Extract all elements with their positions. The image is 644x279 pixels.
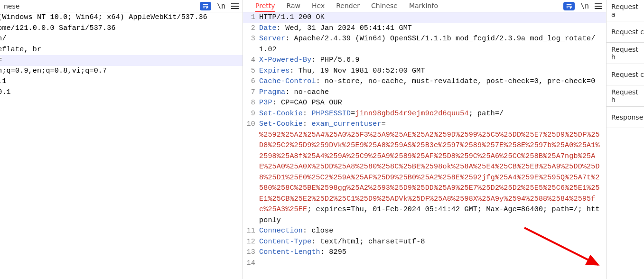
inspector-item[interactable]: Request h [607,85,644,107]
inspector-item[interactable]: Request c [607,21,644,43]
response-line[interactable]: 2Date: Wed, 31 Jan 2024 05:41:41 GMT [243,23,606,34]
inspector-item[interactable]: Response [607,107,644,128]
request-line[interactable]: (Windows NT 10.0; Win64; x64) AppleWebKi… [0,12,243,23]
tab-pretty[interactable]: Pretty [255,0,275,12]
response-line[interactable]: 10Set-Cookie: exam_currentuser= %2592%25… [243,119,606,226]
request-line[interactable]: 0.1 [0,76,243,87]
inspector-item[interactable]: Request c [607,64,644,85]
response-line[interactable]: 6Cache-Control: no-store, no-cache, must… [243,76,606,87]
right-code-area[interactable]: 1HTTP/1.1 200 OK2Date: Wed, 31 Jan 2024 … [243,12,606,279]
newline-icon[interactable]: \n [217,2,225,10]
line-number: 5 [243,66,259,77]
request-line[interactable]: zh;q=0.9,en;q=0.8,vi;q=0.7 [0,66,243,77]
wrap-toggle-button[interactable] [563,2,575,10]
request-line[interactable]: .0.1 [0,87,243,98]
tab-render[interactable]: Render [336,0,360,12]
line-number: 2 [243,23,259,34]
inspector-item[interactable]: Request a [607,0,644,21]
line-number: 13 [243,247,259,258]
response-line[interactable]: 9Set-Cookie: PHPSESSID=jinn98gbd54r9ejm9… [243,109,606,120]
line-number: 1 [243,12,259,23]
response-line[interactable]: 12Content-Type: text/html; charset=utf-8 [243,237,606,248]
request-line[interactable]: r= [0,55,243,66]
response-line[interactable]: 13Content-Length: 8295 [243,247,606,258]
line-number: 11 [243,226,259,237]
tab-raw[interactable]: Raw [287,0,300,12]
response-line[interactable]: 5Expires: Thu, 19 Nov 1981 08:52:00 GMT [243,66,606,77]
request-pane: nese \n (Windows NT 10.0; Win64; x64) Ap… [0,0,243,279]
response-line[interactable]: 4X-Powered-By: PHP/5.6.9 [243,55,606,66]
response-tabs: PrettyRawHexRenderChineseMarkInfo [247,0,438,12]
response-line[interactable]: 7Pragma: no-cache [243,87,606,98]
wrap-toggle-button[interactable] [200,2,211,10]
menu-icon[interactable] [595,3,602,9]
response-line[interactable]: 11Connection: close [243,226,606,237]
response-line[interactable]: 1HTTP/1.1 200 OK [243,12,606,23]
menu-icon[interactable] [231,3,239,9]
line-number: 4 [243,55,259,66]
line-number: 10 [243,119,259,226]
tab-hex[interactable]: Hex [312,0,325,12]
left-top-bar: nese \n [0,0,243,12]
response-line[interactable]: 8P3P: CP=CAO PSA OUR [243,98,606,109]
line-number: 9 [243,109,259,120]
newline-icon[interactable]: \n [580,2,589,10]
right-top-bar: PrettyRawHexRenderChineseMarkInfo \n [243,0,606,12]
line-number: 6 [243,76,259,87]
inspector-item[interactable]: Request h [607,43,644,64]
response-line[interactable]: 3Server: Apache/2.4.39 (Win64) OpenSSL/1… [243,34,606,55]
left-tab-fragment[interactable]: nese [4,2,19,10]
tab-markinfo[interactable]: MarkInfo [409,0,438,12]
inspector-side-panel: Request aRequest cRequest hRequest cRequ… [607,0,644,279]
response-line[interactable]: 14 [243,258,606,269]
request-line[interactable]: cn/ [0,34,243,45]
tab-chinese[interactable]: Chinese [371,0,398,12]
request-line[interactable]: rome/121.0.0.0 Safari/537.36 [0,23,243,34]
line-number: 7 [243,87,259,98]
request-line[interactable]: 1 [0,98,243,109]
line-number: 14 [243,258,259,269]
left-code-area[interactable]: (Windows NT 10.0; Win64; x64) AppleWebKi… [0,12,243,279]
response-pane: PrettyRawHexRenderChineseMarkInfo \n 1HT… [243,0,607,279]
line-number: 3 [243,34,259,55]
line-number: 12 [243,237,259,248]
line-number: 8 [243,98,259,109]
request-line[interactable]: deflate, br [0,45,243,56]
